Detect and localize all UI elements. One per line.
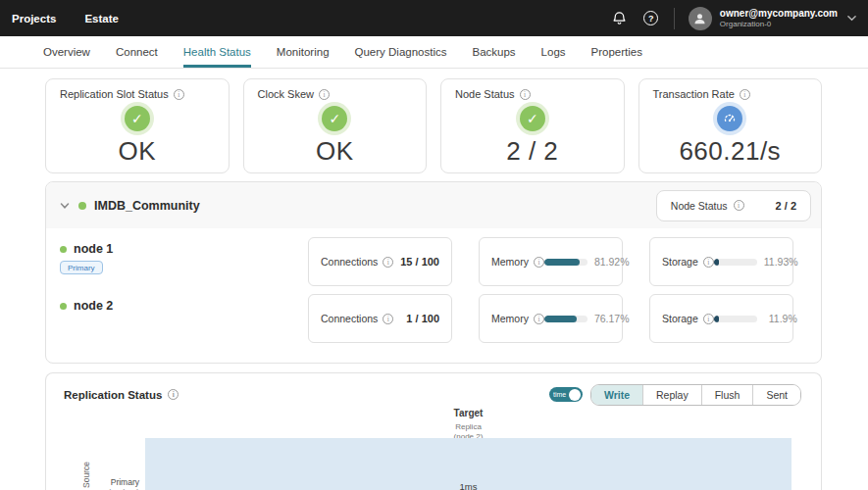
nav-estate[interactable]: Estate	[84, 13, 119, 24]
info-icon[interactable]	[534, 257, 544, 268]
cluster-node-status-box: Node Status 2 / 2	[656, 190, 811, 221]
cluster-body: node 1 Primary Connections 15 / 100 Memo…	[46, 228, 821, 363]
notifications-bell-icon[interactable]	[607, 6, 633, 31]
tab-query-diagnostics[interactable]: Query Diagnostics	[355, 36, 447, 68]
user-menu-chevron-down-icon[interactable]	[847, 15, 856, 22]
target-column-header: Target Replica (node 2)	[145, 408, 791, 442]
card-replication-slot-status: Replication Slot Status ✓ OK	[45, 78, 230, 173]
replication-title: Replication Status	[64, 389, 162, 401]
toggle-knob	[569, 389, 581, 401]
tab-backups[interactable]: Backups	[473, 36, 516, 68]
info-icon[interactable]	[703, 257, 714, 268]
mode-sent-button[interactable]: Sent	[752, 385, 800, 405]
card-title: Replication Slot Status	[60, 88, 184, 100]
node-2-connections-box: Connections 1 / 100	[308, 294, 452, 343]
source-row-header: Primary (node 1)	[83, 477, 139, 490]
info-icon[interactable]	[319, 89, 330, 100]
cluster-panel: IMDB_Community Node Status 2 / 2 node 1 …	[45, 181, 822, 364]
replication-status-panel: Replication Status time Write Replay Flu…	[45, 372, 822, 490]
help-icon[interactable]: ?	[638, 6, 664, 31]
node-name: node 2	[74, 299, 113, 313]
card-value: 660.21/s	[679, 136, 781, 167]
info-icon[interactable]	[383, 257, 393, 268]
mode-replay-button[interactable]: Replay	[642, 385, 701, 405]
replication-title-row: Replication Status	[64, 389, 179, 401]
node-1-memory-box: Memory 81.92%	[479, 237, 623, 286]
card-node-status: Node Status ✓ 2 / 2	[440, 78, 625, 173]
tab-logs[interactable]: Logs	[541, 36, 566, 68]
topbar: Projects Estate ? owner@mycompany.com Or…	[0, 0, 868, 36]
lag-value: 1ms	[145, 481, 791, 490]
storage-label-row: Storage	[662, 256, 714, 268]
time-toggle-label: time	[553, 391, 566, 398]
node-row-1: node 1 Primary Connections 15 / 100 Memo…	[56, 237, 805, 286]
info-icon[interactable]	[520, 89, 531, 100]
node-2-storage-box: Storage 11.9%	[649, 294, 793, 343]
cluster-name: IMDB_Community	[94, 199, 200, 213]
card-value: OK	[316, 136, 354, 167]
tab-monitoring[interactable]: Monitoring	[277, 36, 330, 68]
connections-label: Connections	[321, 256, 378, 268]
card-title-text: Node Status	[455, 88, 515, 100]
source-node-name: Primary	[83, 477, 139, 488]
mode-write-button[interactable]: Write	[591, 385, 642, 405]
replication-header: Replication Status time Write Replay Flu…	[46, 373, 821, 403]
info-icon[interactable]	[383, 314, 393, 324]
connections-value: 15 / 100	[400, 256, 439, 268]
status-cards-row: Replication Slot Status ✓ OK Clock Skew …	[45, 78, 822, 173]
nav-projects[interactable]: Projects	[12, 13, 56, 24]
memory-percent: 81.92%	[594, 256, 628, 268]
info-icon[interactable]	[534, 314, 544, 324]
check-circle-icon: ✓	[516, 102, 549, 135]
storage-progress-bar	[714, 316, 757, 322]
target-header-label: Target	[145, 408, 791, 420]
cluster-health-dot	[78, 202, 86, 210]
avatar[interactable]	[689, 7, 712, 30]
tab-properties[interactable]: Properties	[591, 36, 642, 68]
node-status-value: 2 / 2	[776, 200, 796, 212]
info-icon[interactable]	[740, 89, 750, 100]
time-toggle[interactable]: time	[549, 387, 583, 402]
node-1-storage-box: Storage 11.93%	[649, 237, 793, 286]
storage-label: Storage	[662, 313, 698, 324]
primary-badge: Primary	[60, 261, 103, 274]
memory-percent: 76.17%	[594, 313, 628, 324]
info-icon[interactable]	[703, 314, 714, 324]
storage-percent: 11.9%	[764, 313, 797, 324]
mode-flush-button[interactable]: Flush	[701, 385, 753, 405]
info-icon[interactable]	[174, 89, 184, 100]
user-block[interactable]: owner@mycompany.com Organization-0	[720, 8, 838, 29]
node-1-name-row: node 1	[60, 242, 308, 256]
connections-label-row: Connections	[321, 256, 393, 268]
tab-bar: Overview Connect Health Status Monitorin…	[0, 36, 868, 69]
node-1-info: node 1 Primary	[56, 237, 308, 286]
gauge-icon	[713, 102, 746, 135]
card-value: 2 / 2	[506, 136, 558, 167]
card-title: Clock Skew	[258, 88, 330, 100]
collapse-chevron-down-icon[interactable]	[60, 202, 70, 210]
replication-lag-matrix: Target Replica (node 2) 1ms Source Prima…	[46, 403, 821, 490]
node-2-info: node 2	[56, 294, 308, 343]
node-2-name-row: node 2	[60, 299, 308, 313]
tab-health-status[interactable]: Health Status	[183, 36, 251, 68]
memory-label: Memory	[491, 256, 529, 268]
user-organization: Organization-0	[720, 20, 838, 29]
topbar-divider	[674, 8, 675, 29]
tab-overview[interactable]: Overview	[43, 36, 90, 68]
topbar-right: ? owner@mycompany.com Organization-0	[607, 6, 856, 31]
info-icon[interactable]	[168, 389, 179, 400]
node-name: node 1	[74, 242, 113, 256]
card-title: Transaction Rate	[653, 88, 750, 100]
memory-progress-bar	[544, 316, 587, 322]
storage-label-row: Storage	[662, 313, 714, 324]
connections-label: Connections	[321, 313, 378, 324]
card-transaction-rate: Transaction Rate 660.21/s	[638, 78, 823, 173]
tab-connect[interactable]: Connect	[116, 36, 158, 68]
card-value: OK	[118, 136, 156, 167]
node-row-2: node 2 Connections 1 / 100 Memory 76.17%	[56, 294, 805, 343]
cluster-header: IMDB_Community Node Status 2 / 2	[46, 182, 821, 228]
info-icon[interactable]	[734, 200, 744, 211]
memory-label-row: Memory	[491, 313, 544, 324]
memory-progress-bar	[544, 259, 587, 266]
memory-label: Memory	[491, 313, 529, 324]
